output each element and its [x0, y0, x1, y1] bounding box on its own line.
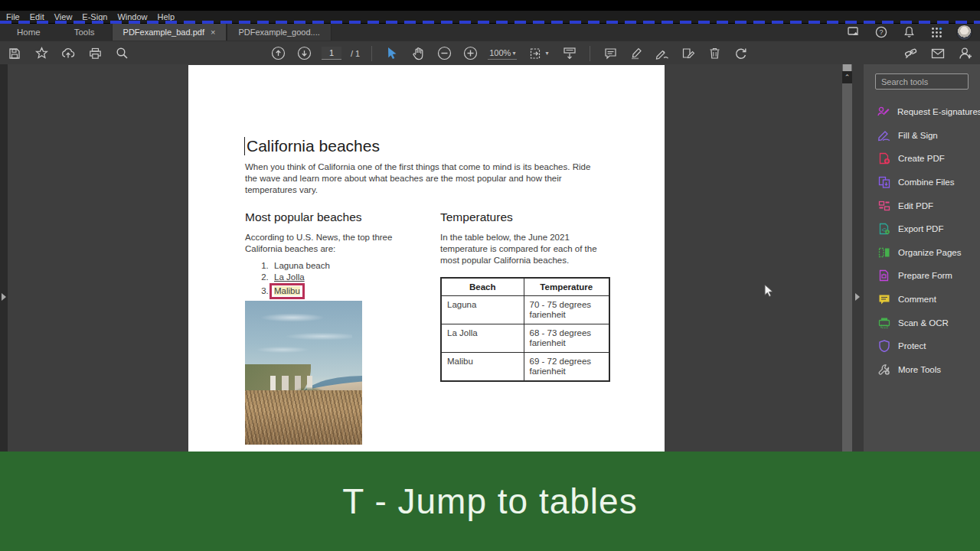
section-heading: Most popular beaches [245, 210, 407, 224]
document-viewer: California beaches When you think of Cal… [0, 64, 980, 452]
refresh-icon[interactable] [732, 44, 749, 63]
tabbar-right-icons: ? [846, 24, 980, 41]
section-text: In the table below, the June 2021 temper… [440, 232, 612, 266]
star-icon[interactable] [33, 44, 50, 63]
share-link-icon[interactable] [902, 44, 919, 63]
save-icon[interactable] [6, 44, 23, 63]
main-toolbar: 1 / 1 100% ▾ ▾ [0, 41, 980, 64]
list-item: Laguna beach [271, 260, 407, 272]
close-tab-icon[interactable]: × [211, 28, 215, 37]
table-row: Laguna 70 - 75 degrees farienheit [441, 296, 609, 324]
tab-tools[interactable]: Tools [57, 24, 112, 41]
tool-fill-sign[interactable]: Fill & Sign [864, 124, 980, 148]
table-row: Malibu 69 - 72 degrees farienheit [441, 353, 609, 382]
tool-protect[interactable]: Protect [864, 334, 980, 358]
comment-icon[interactable] [602, 44, 619, 63]
edit-pdf-icon [877, 199, 890, 212]
tool-label: Organize Pages [898, 248, 961, 257]
collapse-tools-panel-icon[interactable] [855, 293, 860, 301]
previous-page-icon[interactable] [270, 44, 286, 63]
pdf-page: California beaches When you think of Cal… [188, 65, 665, 452]
print-icon[interactable] [87, 44, 103, 63]
zoom-level-value: 100% [489, 48, 511, 57]
chevron-down-icon: ▾ [545, 50, 548, 57]
page-number-input[interactable]: 1 [322, 47, 341, 60]
tool-scan-ocr[interactable]: Scan & OCR [864, 311, 980, 334]
request-esignatures-icon [877, 106, 890, 119]
temperature-table: Beach Temperature Laguna 70 - 75 degrees… [440, 277, 610, 382]
protect-shield-icon [877, 340, 890, 353]
tool-organize-pages[interactable]: Organize Pages [864, 241, 980, 265]
tab-bar: Home Tools PDFexample_bad.pdf × PDFexamp… [0, 24, 980, 41]
tool-comment[interactable]: Comment [864, 288, 980, 311]
section-heading: Temperatures [440, 210, 612, 224]
delete-trash-icon[interactable] [706, 44, 723, 63]
stamp-icon[interactable] [680, 44, 697, 63]
focus-selection-box: Malibu [270, 283, 305, 299]
scan-ocr-icon [877, 316, 890, 329]
search-tools-input[interactable] [875, 73, 969, 90]
tool-edit-pdf[interactable]: Edit PDF [864, 194, 980, 217]
tab-home[interactable]: Home [0, 24, 57, 41]
tool-request-esignatures[interactable]: Request E-signatures [864, 100, 980, 124]
tool-combine-files[interactable]: Combine Files [864, 171, 980, 194]
add-person-icon[interactable] [957, 44, 974, 63]
temperatures-section: Temperatures In the table below, the Jun… [440, 210, 612, 266]
toolbar-nav-group: 1 / 1 100% ▾ ▾ [270, 41, 749, 65]
tool-create-pdf[interactable]: Create PDF [864, 147, 980, 171]
more-tools-wrench-icon [877, 363, 890, 376]
expand-left-panel-icon[interactable] [2, 293, 6, 301]
tab-document-label: PDFexample_good.... [238, 28, 319, 37]
column-header: Beach [441, 278, 524, 296]
cloud-upload-icon[interactable] [60, 44, 77, 63]
mouse-cursor [764, 284, 775, 301]
table-header-row: Beach Temperature [441, 278, 609, 296]
panel-gutter [852, 64, 864, 452]
chevron-down-icon: ▾ [512, 50, 515, 57]
email-icon[interactable] [929, 44, 946, 63]
zoom-level-dropdown[interactable]: 100% ▾ [488, 47, 517, 60]
beach-list: Laguna beach La Jolla Malibu [271, 260, 407, 299]
prepare-form-icon [877, 269, 890, 282]
tool-label: Comment [898, 295, 936, 304]
fit-width-icon[interactable] [561, 44, 578, 63]
create-pdf-icon [877, 152, 890, 165]
tool-label: Export PDF [898, 224, 943, 233]
tab-document-active[interactable]: PDFexample_bad.pdf × [112, 24, 227, 41]
window-top-strip [0, 0, 980, 11]
organize-pages-icon [877, 246, 890, 259]
toolbar-separator [590, 46, 590, 61]
caption-text: T - Jump to tables [342, 481, 637, 522]
left-panel-rail [0, 64, 8, 452]
tools-list: Request E-signatures Fill & Sign Create … [864, 100, 980, 381]
tool-label: Scan & OCR [898, 318, 949, 328]
tool-export-pdf[interactable]: Export PDF [864, 217, 980, 241]
combine-files-icon [877, 176, 890, 189]
select-tool-icon[interactable] [384, 44, 400, 63]
page-total-label: / 1 [351, 49, 360, 58]
notifications-bell-icon[interactable] [901, 24, 916, 40]
zoom-in-icon[interactable] [462, 44, 479, 63]
tool-prepare-form[interactable]: Prepare Form [864, 264, 980, 288]
help-icon[interactable]: ? [874, 24, 889, 40]
tab-document-inactive[interactable]: PDFexample_good.... [227, 24, 331, 41]
search-icon[interactable] [113, 44, 130, 63]
hand-tool-icon[interactable] [410, 44, 426, 63]
share-screen-icon[interactable] [846, 24, 861, 40]
zoom-out-icon[interactable] [436, 44, 452, 63]
tool-label: Request E-signatures [897, 107, 980, 116]
tool-more-tools[interactable]: More Tools [864, 358, 980, 382]
fit-page-dropdown[interactable]: ▾ [526, 44, 552, 63]
sign-pen-icon[interactable] [654, 44, 671, 63]
apps-grid-icon[interactable] [929, 24, 944, 40]
highlight-icon[interactable] [628, 44, 645, 63]
next-page-icon[interactable] [296, 44, 312, 63]
section-text: According to U.S. News, the top three Ca… [245, 232, 407, 255]
vertical-scrollbar[interactable]: ⌃ [842, 64, 852, 452]
list-item: La Jolla [271, 272, 407, 283]
user-avatar[interactable] [956, 24, 972, 41]
scrollbar-thumb[interactable] [843, 64, 851, 71]
scroll-up-icon[interactable]: ⌃ [842, 71, 852, 83]
toolbar-file-group [6, 41, 130, 65]
tool-label: Fill & Sign [898, 131, 938, 140]
